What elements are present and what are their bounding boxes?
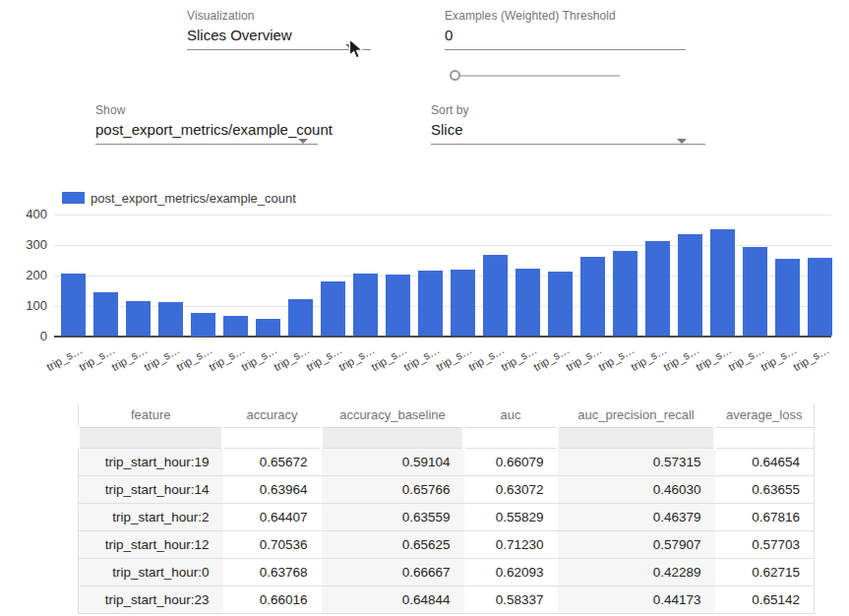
x-axis-label: trip_s…: [662, 343, 701, 373]
chart-bar[interactable]: [483, 255, 508, 336]
chart-bar[interactable]: [808, 258, 832, 337]
chart-bar[interactable]: [580, 257, 605, 337]
metric-cell: 0.67816: [715, 503, 815, 530]
filter-cell-feature: [79, 427, 223, 448]
metric-cell: 0.64844: [322, 585, 464, 613]
chart-bar[interactable]: [775, 259, 800, 336]
table-row: trip_start_hour:20.644070.635590.558290.…: [79, 503, 815, 530]
y-gridline: [54, 215, 831, 216]
metric-cell: 0.55829: [464, 503, 558, 530]
column-header-feature[interactable]: feature: [79, 403, 223, 427]
column-header-average_loss[interactable]: average_loss: [715, 403, 815, 427]
x-axis-label: trip_s…: [273, 343, 312, 373]
metric-cell: 0.46030: [558, 475, 715, 503]
metric-cell: 0.63964: [223, 475, 322, 503]
table-row: trip_start_hour:140.639640.657660.630720…: [79, 475, 815, 503]
chart-bar[interactable]: [548, 272, 573, 336]
chart-bar[interactable]: [645, 241, 670, 337]
x-axis-label: trip_s…: [175, 343, 214, 373]
x-axis-label: trip_s…: [337, 343, 377, 373]
chart-bar[interactable]: [126, 301, 151, 337]
column-header-auc_precision_recall[interactable]: auc_precision_recall: [558, 403, 715, 427]
x-axis-label: trip_s…: [45, 343, 85, 373]
y-axis-tick: 300: [18, 237, 47, 252]
x-axis-label: trip_s…: [597, 343, 637, 373]
tfma-slicing-metrics-browser: Visualization Slices Overview Examples (…: [0, 0, 849, 616]
chart-bar[interactable]: [451, 270, 475, 337]
chart-bar[interactable]: [288, 299, 313, 337]
y-axis-tick: 200: [18, 268, 47, 282]
metric-cell: 0.57703: [715, 530, 815, 558]
metric-cell: 0.57907: [558, 530, 715, 558]
chart-bar[interactable]: [353, 274, 378, 337]
feature-cell: trip_start_hour:23: [79, 585, 223, 613]
x-axis-label: trip_s…: [727, 343, 766, 373]
x-axis-label: trip_s…: [630, 343, 669, 373]
chart-bar[interactable]: [191, 313, 215, 336]
mouse-cursor-icon: [348, 38, 366, 62]
chart-bar[interactable]: [256, 319, 280, 337]
x-axis-label: trip_s…: [110, 343, 150, 373]
chart-bar[interactable]: [418, 271, 443, 336]
x-axis-label: trip_s…: [759, 343, 799, 373]
chart-bar[interactable]: [93, 292, 118, 336]
metric-cell: 0.42289: [558, 558, 715, 585]
x-axis-label: trip_s…: [467, 343, 507, 373]
column-header-accuracy_baseline[interactable]: accuracy_baseline: [322, 403, 464, 427]
chart-bar[interactable]: [61, 274, 86, 336]
table-header-row: featureaccuracyaccuracy_baselineaucauc_p…: [79, 403, 815, 427]
feature-cell: trip_start_hour:12: [79, 530, 223, 558]
chart-bar[interactable]: [613, 251, 637, 336]
x-axis-label: trip_s…: [208, 343, 247, 373]
x-axis-label: trip_s…: [532, 343, 572, 373]
x-axis-label: trip_s…: [792, 343, 831, 373]
metric-cell: 0.65142: [715, 585, 815, 613]
column-header-accuracy[interactable]: accuracy: [223, 403, 322, 427]
filter-cell-auc: [464, 427, 558, 448]
metric-cell: 0.58337: [464, 585, 558, 613]
metric-cell: 0.63655: [715, 475, 815, 503]
table-row: trip_start_hour:00.637680.666670.620930.…: [79, 558, 815, 585]
chart-bar[interactable]: [223, 316, 248, 336]
column-header-auc[interactable]: auc: [464, 403, 558, 427]
chart-bar[interactable]: [321, 281, 345, 337]
metric-cell: 0.63072: [464, 475, 558, 503]
metrics-table: featureaccuracyaccuracy_baselineaucauc_p…: [77, 403, 815, 614]
metric-cell: 0.46379: [558, 503, 715, 530]
feature-cell: trip_start_hour:14: [79, 475, 223, 503]
filter-cell-accuracy_baseline: [322, 427, 464, 448]
table-row: trip_start_hour:190.656720.591040.660790…: [79, 448, 815, 475]
x-axis-label: trip_s…: [435, 343, 474, 373]
metric-cell: 0.63559: [322, 503, 464, 530]
chart-bar[interactable]: [515, 269, 540, 337]
metric-cell: 0.66667: [322, 558, 464, 585]
metric-cell: 0.66016: [223, 585, 322, 613]
chart-bar[interactable]: [678, 234, 702, 337]
chart-bar[interactable]: [386, 275, 410, 337]
x-axis-label: trip_s…: [78, 343, 117, 373]
x-axis-label: trip_s…: [370, 343, 409, 373]
filter-cell-auc_precision_recall: [558, 427, 715, 448]
feature-cell: trip_start_hour:0: [79, 558, 223, 585]
y-axis-tick: 400: [18, 207, 47, 221]
metric-cell: 0.71230: [464, 530, 558, 558]
metric-cell: 0.44173: [558, 585, 715, 613]
chart-bar[interactable]: [710, 229, 735, 337]
x-axis-label: trip_s…: [402, 343, 442, 373]
feature-cell: trip_start_hour:19: [79, 448, 223, 475]
chart-bar[interactable]: [158, 302, 183, 337]
metric-cell: 0.59104: [322, 448, 464, 475]
metric-cell: 0.57315: [558, 448, 715, 475]
metric-cell: 0.64654: [715, 448, 815, 475]
table-row: trip_start_hour:230.660160.648440.583370…: [79, 585, 815, 613]
metrics-table-header: featureaccuracyaccuracy_baselineaucauc_p…: [79, 403, 815, 448]
chart-bar[interactable]: [743, 247, 767, 336]
metric-cell: 0.65625: [322, 530, 464, 558]
x-axis-label: trip_s…: [565, 343, 604, 373]
metric-cell: 0.62093: [464, 558, 558, 585]
metric-cell: 0.64407: [223, 503, 322, 530]
x-axis-label: trip_s…: [695, 343, 734, 373]
metrics-table-body: trip_start_hour:190.656720.591040.660790…: [79, 448, 815, 613]
metric-cell: 0.70536: [223, 530, 322, 558]
feature-cell: trip_start_hour:2: [79, 503, 223, 530]
